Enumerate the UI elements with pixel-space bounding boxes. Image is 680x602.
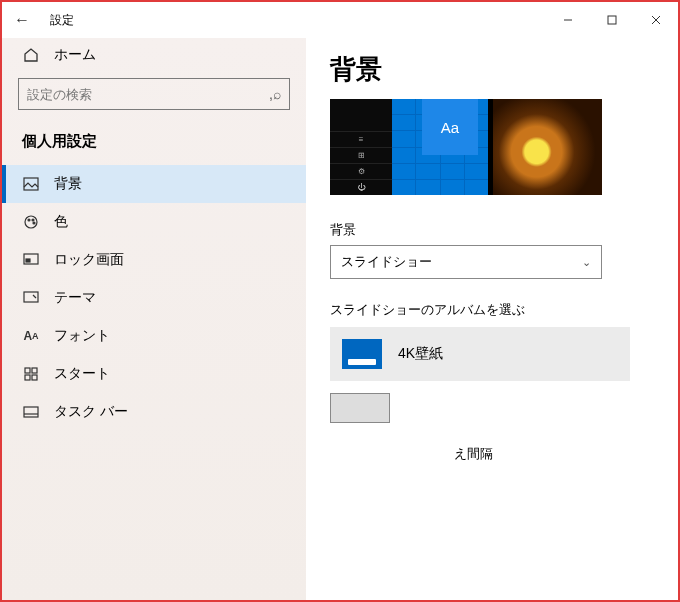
svg-point-6: [28, 219, 30, 221]
section-title: 個人用設定: [14, 128, 294, 165]
interval-label-fragment: え間隔: [454, 445, 670, 463]
svg-rect-14: [25, 375, 30, 380]
nav-label: テーマ: [54, 289, 96, 307]
theme-icon: [22, 289, 40, 307]
minimize-button[interactable]: [546, 5, 590, 35]
content-pane: 背景 ≡⊞⚙⏻ Aa 背景 スライドショー ⌄ スライドショーのアルバムを選ぶ …: [306, 38, 678, 600]
album-name: 4K壁紙: [398, 345, 443, 363]
window-title: 設定: [50, 12, 74, 29]
svg-rect-16: [24, 407, 38, 417]
svg-rect-10: [26, 259, 30, 262]
picture-icon: [22, 175, 40, 193]
nav-label: タスク バー: [54, 403, 128, 421]
maximize-button[interactable]: [590, 5, 634, 35]
background-label: 背景: [330, 221, 670, 239]
accent-indicator: [598, 99, 602, 195]
nav-start[interactable]: スタート: [14, 355, 294, 393]
svg-point-8: [33, 222, 35, 224]
nav-themes[interactable]: テーマ: [14, 279, 294, 317]
palette-icon: [22, 213, 40, 231]
svg-rect-4: [24, 178, 38, 190]
home-label: ホーム: [54, 46, 96, 64]
chevron-down-icon: ⌄: [582, 256, 591, 269]
nav-taskbar[interactable]: タスク バー: [14, 393, 294, 431]
nav-label: スタート: [54, 365, 110, 383]
search-input[interactable]: [27, 87, 269, 102]
desktop-preview: ≡⊞⚙⏻ Aa: [330, 99, 602, 195]
search-box[interactable]: ,︎⌕: [18, 78, 290, 110]
album-thumb-icon: [342, 339, 382, 369]
lockscreen-icon: [22, 251, 40, 269]
album-label: スライドショーのアルバムを選ぶ: [330, 301, 670, 319]
page-title: 背景: [330, 52, 670, 87]
svg-point-7: [32, 219, 34, 221]
sidebar: ホーム ,︎⌕ 個人用設定 背景 色 ロック画面 テーマ AA フォント: [2, 38, 306, 600]
nav-background[interactable]: 背景: [2, 165, 306, 203]
nav-label: 背景: [54, 175, 82, 193]
preview-taskbar: ≡⊞⚙⏻: [330, 99, 392, 195]
nav-label: ロック画面: [54, 251, 124, 269]
taskbar-icon: [22, 403, 40, 421]
font-icon: AA: [22, 327, 40, 345]
close-button[interactable]: [634, 5, 678, 35]
preview-aa-tile: Aa: [422, 99, 478, 155]
nav-fonts[interactable]: AA フォント: [14, 317, 294, 355]
nav-label: 色: [54, 213, 68, 231]
svg-rect-1: [608, 16, 616, 24]
svg-rect-15: [32, 375, 37, 380]
nav-lockscreen[interactable]: ロック画面: [14, 241, 294, 279]
search-icon: ,︎⌕: [269, 86, 281, 102]
nav-colors[interactable]: 色: [14, 203, 294, 241]
start-icon: [22, 365, 40, 383]
svg-rect-11: [24, 292, 38, 302]
background-dropdown-value: スライドショー: [341, 253, 432, 271]
svg-rect-12: [25, 368, 30, 373]
nav-label: フォント: [54, 327, 110, 345]
background-dropdown[interactable]: スライドショー ⌄: [330, 245, 602, 279]
album-row[interactable]: 4K壁紙: [330, 327, 630, 381]
svg-rect-13: [32, 368, 37, 373]
home-link[interactable]: ホーム: [14, 38, 294, 78]
browse-button[interactable]: [330, 393, 390, 423]
home-icon: [22, 46, 40, 64]
title-bar: ← 設定: [2, 2, 678, 38]
back-button[interactable]: ←: [2, 11, 42, 29]
